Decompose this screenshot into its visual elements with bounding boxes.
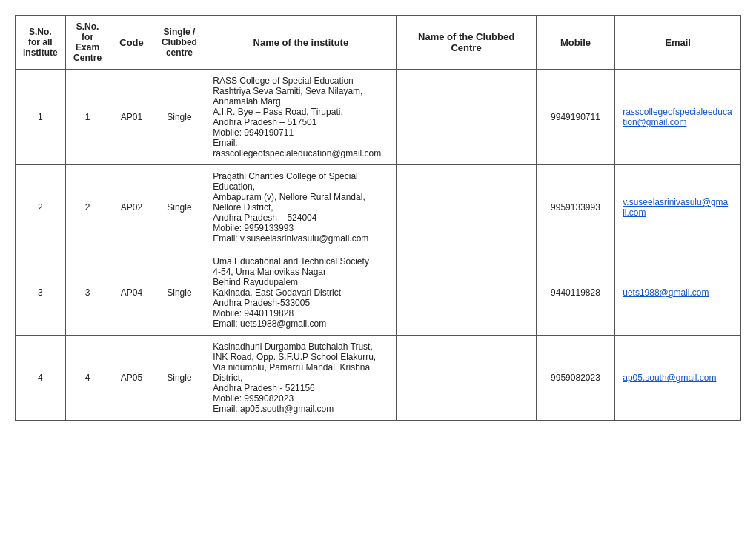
cell-type: Single [153, 336, 205, 421]
cell-institute: RASS College of Special EducationRashtri… [205, 70, 397, 165]
cell-mobile: 9959133993 [536, 165, 614, 250]
cell-code: AP05 [110, 336, 153, 421]
cell-email: v.suseelasrinivasulu@gmail.com [615, 165, 741, 250]
cell-sno-exam: 3 [65, 250, 110, 336]
cell-clubbed-centre [397, 165, 536, 250]
header-single-clubbed: Single / Clubbed centre [153, 16, 205, 70]
cell-code: AP01 [110, 70, 153, 165]
table-row: 2 2 AP02 Single Pragathi Charities Colle… [16, 165, 741, 250]
email-link[interactable]: ap05.south@gmail.com [623, 373, 716, 383]
cell-sno-all: 1 [16, 70, 66, 165]
cell-email: rasscollegeofspecialeeducation@gmail.com [615, 70, 741, 165]
main-wrapper: S.No. for all institute S.No. for Exam C… [0, 0, 756, 435]
cell-email: uets1988@gmail.com [615, 250, 741, 336]
cell-institute: Pragathi Charities College of Special Ed… [205, 165, 397, 250]
cell-institute: Kasinadhuni Durgamba Butchaiah Trust,INK… [205, 336, 397, 421]
table-row: 4 4 AP05 Single Kasinadhuni Durgamba But… [16, 336, 741, 421]
header-sno-exam: S.No. for Exam Centre [65, 16, 110, 70]
email-link[interactable]: rasscollegeofspecialeeducation@gmail.com [623, 107, 732, 127]
cell-sno-exam: 4 [65, 336, 110, 421]
cell-mobile: 9949190711 [536, 70, 614, 165]
cell-email: ap05.south@gmail.com [615, 336, 741, 421]
cell-sno-exam: 1 [65, 70, 110, 165]
header-sno-all: S.No. for all institute [16, 16, 66, 70]
header-clubbed-centre: Name of the Clubbed Centre [397, 16, 536, 70]
cell-sno-all: 2 [16, 165, 66, 250]
cell-sno-all: 4 [16, 336, 66, 421]
cell-type: Single [153, 250, 205, 336]
cell-code: AP04 [110, 250, 153, 336]
cell-clubbed-centre [397, 250, 536, 336]
cell-sno-all: 3 [16, 250, 66, 336]
header-institute: Name of the institute [205, 16, 397, 70]
cell-institute: Uma Educational and Technical Society4-5… [205, 250, 397, 336]
cell-code: AP02 [110, 165, 153, 250]
header-mobile: Mobile [536, 16, 614, 70]
cell-clubbed-centre [397, 70, 536, 165]
cell-mobile: 9959082023 [536, 336, 614, 421]
table-row: 3 3 AP04 Single Uma Educational and Tech… [16, 250, 741, 336]
cell-mobile: 9440119828 [536, 250, 614, 336]
cell-sno-exam: 2 [65, 165, 110, 250]
data-table: S.No. for all institute S.No. for Exam C… [15, 15, 741, 421]
cell-type: Single [153, 165, 205, 250]
cell-clubbed-centre [397, 336, 536, 421]
email-link[interactable]: uets1988@gmail.com [623, 287, 709, 298]
cell-type: Single [153, 70, 205, 165]
email-link[interactable]: v.suseelasrinivasulu@gmail.com [623, 197, 728, 218]
header-email: Email [615, 16, 741, 70]
table-row: 1 1 AP01 Single RASS College of Special … [16, 70, 741, 165]
header-code: Code [110, 16, 153, 70]
